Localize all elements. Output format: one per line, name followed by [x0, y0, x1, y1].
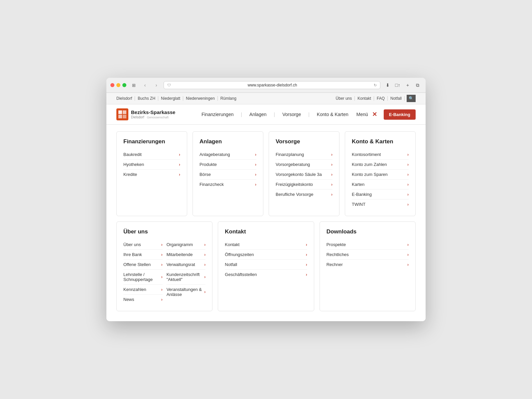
nav-vorsorge[interactable]: Vorsorge [281, 112, 302, 117]
menu-item-ueber-uns[interactable]: Über uns › [123, 240, 163, 250]
close-button[interactable] [110, 83, 114, 87]
menu-item-kundenzeitschrift[interactable]: Kundenzeitschrift "Aktuell" › [167, 270, 206, 285]
arrow-news: › [161, 297, 163, 302]
section-konto-karten: Konto & Karten Kontosortiment › Konto zu… [345, 131, 416, 216]
menu-item-geschaeftsstellen[interactable]: Geschäftsstellen › [225, 270, 307, 279]
arrow-rechner: › [407, 262, 409, 267]
arrow-twint: › [407, 202, 409, 207]
section-finanzierungen: Finanzierungen Baukredit › Hyotheken › K… [116, 131, 187, 216]
menu-item-offene-stellen[interactable]: Offene Stellen › [123, 260, 163, 270]
link-faq[interactable]: FAQ [374, 96, 388, 101]
tabs-icon[interactable]: ⧉ [414, 81, 422, 89]
menu-button[interactable]: Menü ✕ [356, 111, 377, 118]
top-menu-grid: Finanzierungen Baukredit › Hyotheken › K… [116, 131, 416, 216]
refresh-icon[interactable]: ↻ [374, 83, 377, 87]
menu-item-lehrstelle[interactable]: Lehrstelle / Schnuppertage › [123, 270, 163, 285]
link-notfall[interactable]: Notfall [388, 96, 405, 101]
close-icon: ✕ [372, 111, 377, 118]
menu-item-anlageberatung[interactable]: Anlageberatung › [200, 150, 256, 160]
menu-item-baukredit[interactable]: Baukredit › [123, 150, 180, 160]
svg-rect-1 [123, 110, 126, 114]
logo-dielsdorf: Dielsdorf [131, 115, 144, 119]
menu-item-konto-sparen[interactable]: Konto zum Sparen › [352, 170, 409, 180]
arrow-rechtliches: › [407, 252, 409, 257]
menu-item-news[interactable]: News › [123, 295, 163, 304]
menu-item-veranstaltungen[interactable]: Veranstaltungen & Anlässe › [167, 285, 206, 299]
new-tab-icon[interactable]: + [404, 81, 412, 89]
menu-item-kredite[interactable]: Kredite › [123, 170, 180, 179]
menu-item-organigramm[interactable]: Organigramm › [167, 240, 206, 250]
location-rumlang[interactable]: Rümlang [218, 96, 239, 101]
arrow-vorsorgeberatung: › [331, 162, 332, 167]
menu-label: Menü [356, 112, 368, 117]
download-icon[interactable]: ⬇ [384, 81, 392, 89]
minimize-button[interactable] [116, 83, 120, 87]
menu-item-vorsorgeberatung[interactable]: Vorsorgeberatung › [276, 160, 332, 170]
nav-sep-2: | [274, 112, 275, 117]
ebanking-button[interactable]: E-Banking [384, 109, 416, 120]
menu-item-konto-zahlen[interactable]: Konto zum Zahlen › [352, 160, 409, 170]
logo-area[interactable]: Bezirks-Sparkasse Dielsdorf Genossenscha… [116, 108, 175, 120]
menu-item-boerse[interactable]: Börse › [200, 170, 256, 180]
link-kontakt[interactable]: Kontakt [355, 96, 374, 101]
arrow-kennzahlen: › [161, 287, 163, 292]
menu-item-finanzplanung[interactable]: Finanzplanung › [276, 150, 332, 160]
arrow-hyotheken: › [179, 162, 180, 167]
location-niederweningen[interactable]: Niederweningen [183, 96, 218, 101]
menu-item-notfall[interactable]: Notfall › [225, 260, 307, 270]
link-ueber-uns[interactable]: Über uns [333, 96, 355, 101]
arrow-prospekte: › [407, 242, 409, 247]
svg-rect-2 [118, 115, 122, 118]
menu-item-twint[interactable]: TWINT › [352, 200, 409, 209]
menu-item-ebanking[interactable]: E-Banking › [352, 190, 409, 200]
menu-item-oeffnungszeiten[interactable]: Öffnungszeiten › [225, 250, 307, 260]
section-anlagen-title: Anlagen [200, 138, 256, 145]
location-niederglatt[interactable]: Niederglatt [158, 96, 183, 101]
arrow-notfall: › [306, 262, 307, 267]
menu-item-produkte[interactable]: Produkte › [200, 160, 256, 170]
sidebar-toggle-button[interactable]: ⊞ [130, 81, 138, 89]
search-button[interactable]: 🔍 [407, 95, 416, 102]
menu-item-ihre-bank[interactable]: Ihre Bank › [123, 250, 163, 260]
top-nav-links: Über uns Kontakt FAQ Notfall 🔍 [333, 95, 416, 102]
menu-item-verwaltungsrat[interactable]: Verwaltungsrat › [167, 260, 206, 270]
menu-item-kontakt[interactable]: Kontakt › [225, 240, 307, 250]
menu-item-rechtliches[interactable]: Rechtliches › [327, 250, 409, 260]
arrow-kontakt: › [306, 242, 307, 247]
menu-item-freizuegigkeit[interactable]: Freizügigkeitskonto › [276, 180, 332, 190]
location-links: Dielsdorf Buchs ZH Niederglatt Niederwen… [116, 96, 239, 101]
arrow-ueber-uns: › [161, 242, 163, 247]
traffic-lights [110, 83, 126, 87]
address-bar-input[interactable] [173, 83, 372, 87]
nav-konto-karten[interactable]: Konto & Karten [316, 112, 350, 117]
browser-window: ⊞ ‹ › 🛡 ↻ ⬇ □↑ + ⧉ Dielsdorf Buchs ZH Ni… [106, 78, 426, 321]
arrow-offene-stellen: › [161, 262, 163, 267]
back-button[interactable]: ‹ [141, 81, 149, 89]
menu-item-rechner[interactable]: Rechner › [327, 260, 409, 269]
arrow-lehrstelle: › [161, 275, 163, 279]
nav-finanzierungen[interactable]: Finanzierungen [200, 112, 235, 117]
location-buchszh[interactable]: Buchs ZH [135, 96, 158, 101]
menu-item-berufliche-vorsorge[interactable]: Berufliche Vorsorge › [276, 190, 332, 199]
security-icon: 🛡 [167, 83, 171, 87]
menu-item-finanzcheck[interactable]: Finanzcheck › [200, 180, 256, 189]
nav-sep-3: | [308, 112, 310, 117]
section-ueber-uns: Über uns Über uns › Ihre Bank › [116, 221, 212, 311]
menu-item-hyotheken[interactable]: Hyotheken › [123, 160, 180, 170]
share-icon[interactable]: □↑ [394, 81, 402, 89]
arrow-mitarbeitende: › [204, 252, 205, 257]
forward-button[interactable]: › [152, 81, 160, 89]
menu-item-mitarbeitende[interactable]: Mitarbeitende › [167, 250, 206, 260]
menu-item-prospekte[interactable]: Prospekte › [327, 240, 409, 250]
nav-anlagen[interactable]: Anlagen [248, 112, 268, 117]
fullscreen-button[interactable] [122, 83, 126, 87]
menu-item-kennzahlen[interactable]: Kennzahlen › [123, 285, 163, 295]
arrow-kundenzeitschrift: › [204, 275, 205, 279]
arrow-anlageberatung: › [255, 152, 256, 157]
menu-item-karten[interactable]: Karten › [352, 180, 409, 190]
location-dielsdorf[interactable]: Dielsdorf [116, 96, 135, 101]
menu-item-kontosortiment[interactable]: Kontosortiment › [352, 150, 409, 160]
main-nav-links: Finanzierungen | Anlagen | Vorsorge | Ko… [200, 112, 350, 117]
menu-item-vorsorgekonto[interactable]: Vorsorgekonto Säule 3a › [276, 170, 332, 180]
section-downloads-title: Downloads [327, 228, 409, 235]
